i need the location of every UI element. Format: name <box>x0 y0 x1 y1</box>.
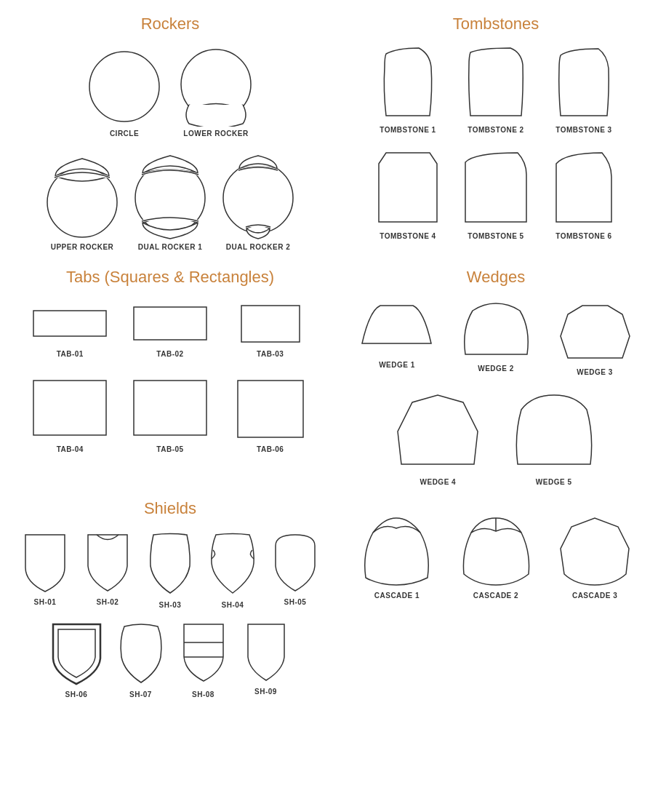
tab-04: TAB-04 <box>29 377 111 453</box>
tab-01-label: TAB-01 <box>57 350 84 358</box>
sh-05-label: SH-05 <box>284 598 307 606</box>
cascades-section: CASCADE 1 CASCADE 2 <box>333 506 659 605</box>
sh-06: SH-06 <box>49 621 104 698</box>
wedges-mid-grid: WEDGE 4 WEDGE 5 <box>382 386 610 492</box>
tombstones-grid: TOMBSTONE 1 TOMBSTONE 2 TOMBSTONE 3 <box>366 41 626 246</box>
tab-05-label: TAB-05 <box>156 445 183 453</box>
cascade-2: CASCADE 2 <box>458 512 534 600</box>
tombstone-5: TOMBSTONE 5 <box>460 149 532 240</box>
svg-rect-5 <box>33 311 106 336</box>
upper-rocker-label: UPPER ROCKER <box>51 243 114 251</box>
tombstone-1: TOMBSTONE 1 <box>372 47 444 134</box>
cascade-3-svg <box>557 512 633 589</box>
cascade-1: CASCADE 1 <box>358 512 435 600</box>
sh-09-svg <box>241 621 292 685</box>
wedges-title: Wedges <box>467 268 525 287</box>
svg-rect-7 <box>241 306 300 342</box>
cascade-1-label: CASCADE 1 <box>374 592 420 600</box>
sh-04-svg <box>207 531 258 598</box>
sh-06-svg <box>49 621 104 688</box>
cascades-grid: CASCADE 1 CASCADE 2 <box>349 506 642 605</box>
cascade-2-label: CASCADE 2 <box>473 592 518 600</box>
tombstone-1-label: TOMBSTONE 1 <box>380 126 436 134</box>
dual-rocker-1-label: DUAL ROCKER 1 <box>138 243 203 251</box>
rockers-row1: CIRCLE LOWER ROCKER <box>79 41 262 143</box>
dual-rocker-1-svg <box>132 153 209 240</box>
sh-04-label: SH-04 <box>222 601 244 609</box>
tombstone-5-svg <box>460 149 532 229</box>
sh-08-svg <box>178 621 229 688</box>
tombstone-6-label: TOMBSTONE 6 <box>555 232 611 240</box>
cascade-3: CASCADE 3 <box>557 512 633 600</box>
tombstone-4: TOMBSTONE 4 <box>372 149 444 240</box>
middle-row: Tabs (Squares & Rectangles) TAB-01 TAB-0… <box>7 268 659 492</box>
sh-02-svg <box>82 531 133 595</box>
svg-rect-9 <box>134 381 206 435</box>
tab-01-svg <box>30 300 110 347</box>
sh-08: SH-08 <box>178 621 229 698</box>
sh-06-label: SH-06 <box>65 690 88 698</box>
cascade-2-svg <box>458 512 534 589</box>
sh-05-svg <box>270 531 321 595</box>
tombstone-3-svg <box>547 47 620 123</box>
wedge-4: WEDGE 4 <box>394 391 481 486</box>
svg-rect-6 <box>134 307 206 340</box>
tombstone-6-svg <box>547 149 620 229</box>
sh-08-label: SH-08 <box>192 690 214 698</box>
tabs-section: Tabs (Squares & Rectangles) TAB-01 TAB-0… <box>7 268 333 492</box>
tab-02-svg <box>130 300 210 347</box>
sh-09-label: SH-09 <box>254 688 277 696</box>
rockers-title: Rockers <box>141 15 200 33</box>
wedges-section: Wedges WEDGE 1 WEDGE 2 <box>333 268 659 492</box>
tab-05-svg <box>130 377 210 442</box>
sh-01-svg <box>20 531 71 595</box>
rockers-section: Rockers CIRCLE <box>7 15 333 260</box>
shields-row2: SH-06 SH-07 SH-08 <box>44 615 297 704</box>
wedge-3-label: WEDGE 3 <box>577 368 613 376</box>
wedge-2-label: WEDGE 2 <box>478 365 514 373</box>
shields-row1: SH-01 SH-02 SH-03 <box>14 525 326 615</box>
tombstone-2-label: TOMBSTONE 2 <box>468 126 523 134</box>
sh-01-label: SH-01 <box>34 598 57 606</box>
svg-point-4 <box>223 163 293 233</box>
sh-07-svg <box>116 621 166 688</box>
sh-02: SH-02 <box>82 531 133 609</box>
tab-02-label: TAB-02 <box>156 350 183 358</box>
tombstone-2-svg <box>460 47 532 123</box>
wedge-3: WEDGE 3 <box>557 300 633 376</box>
svg-point-2 <box>47 167 117 237</box>
sh-07: SH-07 <box>116 621 166 698</box>
wedge-5-svg <box>510 391 598 475</box>
sh-07-label: SH-07 <box>129 690 152 698</box>
sh-01: SH-01 <box>20 531 71 609</box>
tombstone-1-svg <box>372 47 444 123</box>
tombstone-4-svg <box>372 149 444 229</box>
circle-label: CIRCLE <box>110 130 139 138</box>
shape-lower-rocker: LOWER ROCKER <box>176 47 256 138</box>
lower-rocker-svg <box>176 47 256 127</box>
dual-rocker-2-label: DUAL ROCKER 2 <box>226 243 291 251</box>
wedge-4-label: WEDGE 4 <box>420 478 457 486</box>
tombstone-6: TOMBSTONE 6 <box>547 149 620 240</box>
wedge-1-label: WEDGE 1 <box>379 361 415 369</box>
cascade-1-svg <box>358 512 435 589</box>
dual-rocker-2-svg <box>220 153 297 240</box>
rockers-row2: UPPER ROCKER <box>39 147 302 257</box>
sh-03-label: SH-03 <box>159 601 182 609</box>
cascade-3-label: CASCADE 3 <box>572 592 617 600</box>
shape-circle: CIRCLE <box>84 47 164 138</box>
tombstone-3-label: TOMBSTONE 3 <box>555 126 611 134</box>
sh-03-svg <box>145 531 196 598</box>
wedge-4-svg <box>394 391 481 475</box>
bottom-row: Shields SH-01 SH-02 <box>7 499 659 704</box>
shields-section: Shields SH-01 SH-02 <box>7 499 333 704</box>
tabs-title: Tabs (Squares & Rectangles) <box>66 268 274 287</box>
svg-rect-10 <box>238 381 303 437</box>
sh-03: SH-03 <box>145 531 196 609</box>
tab-03: TAB-03 <box>230 300 311 358</box>
tombstones-title: Tombstones <box>453 15 539 33</box>
wedge-3-svg <box>557 300 633 365</box>
circle-svg <box>84 47 164 127</box>
shape-dual-rocker-1: DUAL ROCKER 1 <box>132 153 209 251</box>
wedge-2: WEDGE 2 <box>458 300 534 376</box>
